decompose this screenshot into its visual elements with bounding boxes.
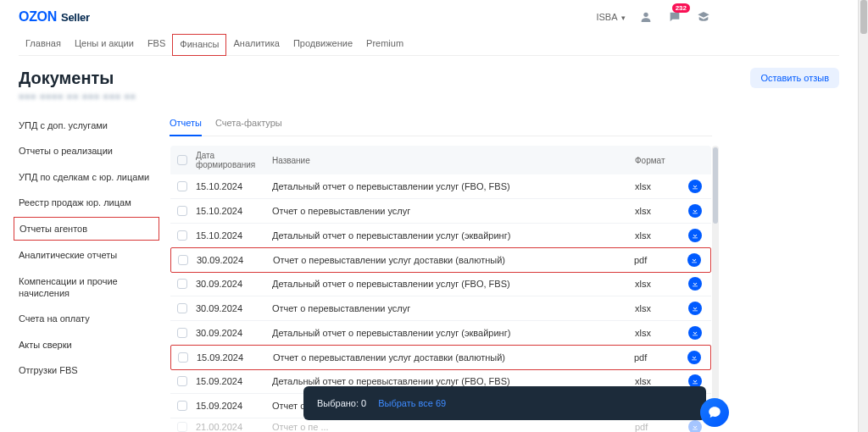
brand-logo[interactable]: OZON Seller <box>19 9 90 25</box>
cell-format: pdf <box>634 352 685 363</box>
sidebar-item-9[interactable]: Отгрузки FBS <box>19 357 154 383</box>
account-name: ISBA <box>596 12 616 22</box>
tab-0[interactable]: Отчеты <box>170 113 202 136</box>
select-all-link[interactable]: Выбрать все 69 <box>378 398 446 408</box>
cell-date: 15.10.2024 <box>196 230 272 241</box>
cell-date: 30.09.2024 <box>196 303 272 313</box>
cell-format: pdf <box>634 255 685 265</box>
nav-item-1[interactable]: Цены и акции <box>68 34 141 55</box>
cell-date: 15.09.2024 <box>197 352 273 363</box>
nav-item-6[interactable]: Premium <box>359 34 410 55</box>
table-row[interactable]: 30.09.2024Детальный отчет о перевыставле… <box>170 321 711 346</box>
sidebar-item-8[interactable]: Акты сверки <box>19 332 154 357</box>
row-checkbox[interactable] <box>177 376 187 386</box>
help-chat-fab[interactable] <box>700 398 729 427</box>
brand-seller: Seller <box>61 11 90 24</box>
select-all-checkbox[interactable] <box>177 155 187 165</box>
sidebar-item-7[interactable]: Счета на оплату <box>19 306 154 331</box>
table-row[interactable]: 30.09.2024Отчет о перевыставлении услугx… <box>170 296 711 321</box>
sidebar-item-0[interactable]: УПД с доп. услугами <box>19 113 154 138</box>
profile-icon[interactable] <box>637 8 654 25</box>
cell-format: xlsx <box>635 230 686 241</box>
table-row[interactable]: 15.10.2024Детальный отчет о перевыставле… <box>170 174 711 199</box>
sidebar-item-1[interactable]: Отчеты о реализации <box>19 138 154 163</box>
cell-name: Детальный отчет о перевыставлении услуг … <box>272 376 635 386</box>
cell-name: Отчет о перевыставлении услуг доставки (… <box>273 352 634 363</box>
nav-item-4[interactable]: Аналитика <box>226 34 286 55</box>
brand-ozon: OZON <box>19 9 57 25</box>
row-checkbox[interactable] <box>178 255 188 265</box>
cell-format: xlsx <box>635 303 686 313</box>
cell-name: Детальный отчет о перевыставлении услуг … <box>272 181 635 191</box>
leave-review-button[interactable]: Оставить отзыв <box>750 68 839 88</box>
table-header-row: Дата формирования Название Формат <box>170 146 711 174</box>
row-checkbox[interactable] <box>178 352 188 363</box>
cell-date: 30.09.2024 <box>196 328 272 338</box>
sidebar-item-3[interactable]: Реестр продаж юр. лицам <box>19 190 154 215</box>
cell-format: xlsx <box>635 279 686 289</box>
row-checkbox[interactable] <box>177 422 187 432</box>
main-nav: ГлавнаяЦены и акцииFBSФинансыАналитикаПр… <box>19 34 839 56</box>
cell-date: 15.10.2024 <box>196 206 272 216</box>
tabs: ОтчетыСчета-фактуры <box>170 113 712 136</box>
nav-item-5[interactable]: Продвижение <box>287 34 359 55</box>
download-icon[interactable] <box>688 277 702 291</box>
row-checkbox[interactable] <box>177 181 187 191</box>
download-icon[interactable] <box>688 420 702 432</box>
row-checkbox[interactable] <box>177 401 187 411</box>
page-scrollbar[interactable] <box>858 0 868 432</box>
row-checkbox[interactable] <box>177 279 187 289</box>
education-icon[interactable] <box>695 8 712 25</box>
table-scrollbar[interactable] <box>712 146 719 400</box>
cell-date: 30.09.2024 <box>196 279 272 289</box>
col-date-header: Дата формирования <box>196 151 272 169</box>
selection-footer: Выбрано: 0 Выбрать все 69 <box>303 386 706 420</box>
svg-point-0 <box>643 13 648 17</box>
cell-format: xlsx <box>635 181 686 191</box>
chevron-down-icon: ▾ <box>621 14 626 22</box>
col-name-header: Название <box>272 156 635 165</box>
table-row[interactable]: 30.09.2024Детальный отчет о перевыставле… <box>170 272 711 296</box>
row-checkbox[interactable] <box>177 230 187 241</box>
cell-format: xlsx <box>635 376 686 386</box>
row-checkbox[interactable] <box>177 303 187 313</box>
nav-item-3[interactable]: Финансы <box>172 34 226 56</box>
table-row[interactable]: 15.10.2024Детальный отчет о перевыставле… <box>170 224 711 248</box>
table-row[interactable]: 15.09.2024Отчет о перевыставлении услуг … <box>170 345 711 370</box>
sidebar-item-2[interactable]: УПД по сделкам с юр. лицами <box>19 164 154 190</box>
selected-count: Выбрано: 0 <box>317 398 366 408</box>
nav-item-0[interactable]: Главная <box>19 34 68 55</box>
account-switcher[interactable]: ISBA ▾ <box>596 12 626 22</box>
cell-name: Отчет о пе ... <box>272 422 635 432</box>
sidebar-item-6[interactable]: Компенсации и прочие начисления <box>19 269 154 307</box>
table-row[interactable]: 21.00.2024Отчет о пе ...pdf <box>170 418 711 432</box>
download-icon[interactable] <box>688 302 702 315</box>
chat-icon[interactable]: 232 <box>666 8 683 25</box>
cell-date: 15.09.2024 <box>196 401 272 411</box>
sidebar-item-4[interactable]: Отчеты агентов <box>14 217 159 241</box>
download-icon[interactable] <box>687 351 701 364</box>
cell-name: Детальный отчет о перевыставлении услуг … <box>272 279 635 289</box>
table-row[interactable]: 15.10.2024Отчет о перевыставлении услугx… <box>170 199 711 224</box>
table-row[interactable]: 30.09.2024Отчет о перевыставлении услуг … <box>170 247 711 273</box>
sidebar-item-5[interactable]: Аналитические отчеты <box>19 242 154 268</box>
nav-item-2[interactable]: FBS <box>141 34 172 55</box>
cell-date: 15.09.2024 <box>196 376 272 386</box>
download-icon[interactable] <box>688 229 702 242</box>
cell-format: xlsx <box>635 328 686 338</box>
download-icon[interactable] <box>688 326 702 340</box>
cell-name: Отчет о перевыставлении услуг <box>272 303 635 313</box>
row-checkbox[interactable] <box>177 206 187 216</box>
tab-1[interactable]: Счета-фактуры <box>215 113 282 136</box>
cell-format: pdf <box>635 422 686 432</box>
download-icon[interactable] <box>688 204 702 218</box>
download-icon[interactable] <box>688 180 702 193</box>
cell-date: 30.09.2024 <box>197 255 273 265</box>
breadcrumb: ■■■ ■■■■ ■■ ■■■ ■■■ ■■ <box>19 91 839 101</box>
cell-name: Детальный отчет о перевыставлении услуг … <box>272 230 635 241</box>
cell-format: xlsx <box>635 206 686 216</box>
sidebar: УПД с доп. услугамиОтчеты о реализацииУП… <box>19 113 154 432</box>
row-checkbox[interactable] <box>177 328 187 338</box>
download-icon[interactable] <box>687 253 701 267</box>
chat-badge: 232 <box>672 3 690 13</box>
